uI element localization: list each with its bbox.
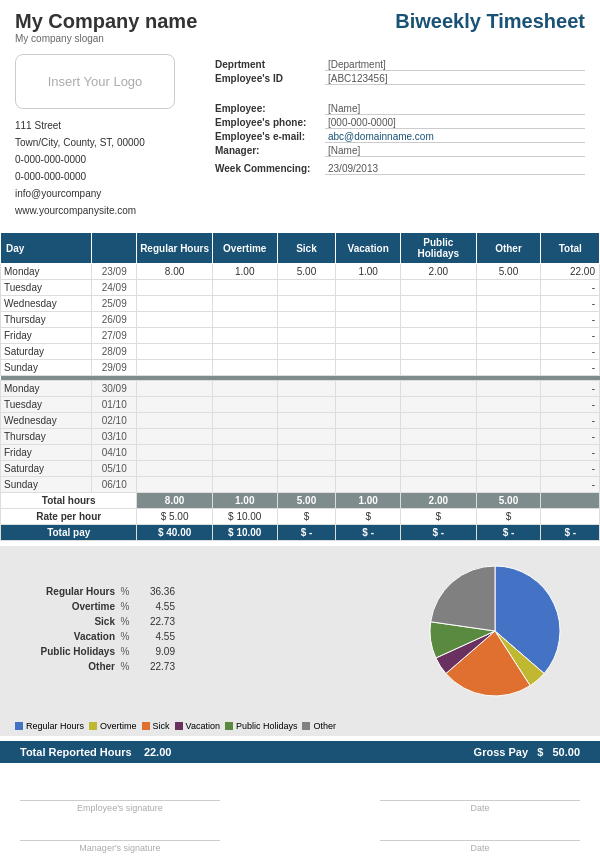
chart-icon-item: Public Holidays — [225, 721, 298, 731]
chart-icons: Regular Hours Overtime Sick Vacation Pub… — [0, 716, 600, 736]
legend-dot — [175, 722, 183, 730]
chart-icon-item: Other — [302, 721, 336, 731]
department-row: Deprtment [Department] — [215, 59, 585, 71]
table-row: Monday23/098.001.005.001.002.005.0022.00 — [1, 264, 600, 280]
table-row: Sunday06/10- — [1, 477, 600, 493]
col-header-pub: Public Holidays — [401, 233, 476, 264]
phone-row: Employee's phone: [000-000-0000] — [215, 117, 585, 129]
date-field-2: Date — [380, 821, 580, 853]
chart-icon-item: Vacation — [175, 721, 220, 731]
table-row: Sunday29/09- — [1, 360, 600, 376]
legend-row: Sick % 22.73 — [15, 616, 395, 627]
employee-row: Employee: [Name] — [215, 103, 585, 115]
legend-dot — [89, 722, 97, 730]
total-reported-label: Total Reported Hours 22.00 — [20, 746, 171, 758]
company-name: My Company name — [15, 10, 197, 33]
legend-row: Overtime % 4.55 — [15, 601, 395, 612]
col-header-date — [91, 233, 136, 264]
table-row: Friday04/10- — [1, 445, 600, 461]
col-header-reg: Regular Hours — [137, 233, 212, 264]
address-block: 111 Street Town/City, County, ST, 00000 … — [15, 117, 175, 219]
signature-section: Employee's signature Date Manager's sign… — [0, 763, 600, 857]
legend-dot — [302, 722, 310, 730]
legend-row: Public Holidays % 9.09 — [15, 646, 395, 657]
summary-bar: Total Reported Hours 22.00 Gross Pay $ 5… — [0, 741, 600, 763]
timesheet-table: Day Regular Hours Overtime Sick Vacation… — [0, 232, 600, 541]
page-title: Biweekly Timesheet — [395, 10, 585, 33]
table-row: Thursday26/09- — [1, 312, 600, 328]
table-row: Saturday05/10- — [1, 461, 600, 477]
employee-id-row: Employee's ID [ABC123456] — [215, 73, 585, 85]
manager-row: Manager: [Name] — [215, 145, 585, 157]
pie-chart — [405, 556, 585, 706]
chart-icon-item: Sick — [142, 721, 170, 731]
legend-dot — [225, 722, 233, 730]
col-header-day: Day — [1, 233, 92, 264]
col-header-sick: Sick — [277, 233, 335, 264]
pay-row: Total pay$ 40.00$ 10.00$ -$ -$ -$ -$ - — [1, 525, 600, 541]
col-header-other: Other — [476, 233, 541, 264]
legend-dot — [142, 722, 150, 730]
chart-legend: Regular Hours % 36.36Overtime % 4.55Sick… — [15, 586, 395, 676]
company-slogan: My company slogan — [15, 33, 197, 44]
total-hours-row: Total hours8.001.005.001.002.005.00 — [1, 493, 600, 509]
table-row: Wednesday02/10- — [1, 413, 600, 429]
legend-dot — [15, 722, 23, 730]
col-header-total: Total — [541, 233, 600, 264]
chart-section: Regular Hours % 36.36Overtime % 4.55Sick… — [0, 546, 600, 716]
table-row: Monday30/09- — [1, 381, 600, 397]
email-row: Employee's e-mail: abc@domainname.com — [215, 131, 585, 143]
gross-pay: Gross Pay $ 50.00 — [474, 746, 580, 758]
manager-signature: Manager's signature — [20, 821, 220, 853]
col-header-vac: Vacation — [336, 233, 401, 264]
table-row: Tuesday24/09- — [1, 280, 600, 296]
col-header-ot: Overtime — [212, 233, 277, 264]
legend-row: Regular Hours % 36.36 — [15, 586, 395, 597]
legend-row: Vacation % 4.55 — [15, 631, 395, 642]
employee-signature: Employee's signature — [20, 781, 220, 813]
week-row: Week Commencing: 23/09/2013 — [215, 163, 585, 175]
legend-row: Other % 22.73 — [15, 661, 395, 672]
table-row: Saturday28/09- — [1, 344, 600, 360]
table-row: Wednesday25/09- — [1, 296, 600, 312]
company-info: My Company name My company slogan — [15, 10, 197, 44]
table-row: Thursday03/10- — [1, 429, 600, 445]
chart-icon-item: Overtime — [89, 721, 137, 731]
table-row: Friday27/09- — [1, 328, 600, 344]
date-field-1: Date — [380, 781, 580, 813]
logo-placeholder: Insert Your Logo — [15, 54, 175, 109]
rate-row: Rate per hour$ 5.00$ 10.00$$$$ — [1, 509, 600, 525]
chart-icon-item: Regular Hours — [15, 721, 84, 731]
table-row: Tuesday01/10- — [1, 397, 600, 413]
